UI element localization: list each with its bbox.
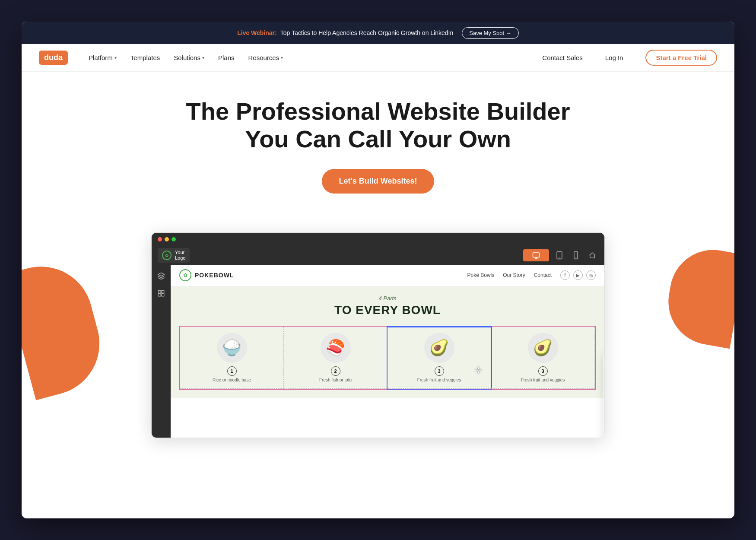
builder-sidebar — [152, 265, 171, 438]
hero-section: The Professional Website Builder You Can… — [22, 72, 734, 232]
svg-rect-9 — [158, 294, 161, 296]
poke-title: TO EVERY BOWL — [179, 303, 596, 317]
chevron-down-icon: ▾ — [114, 55, 117, 60]
food-image-2: 🍣 — [321, 333, 351, 363]
contact-sales-link[interactable]: Contact Sales — [542, 54, 582, 61]
move-cursor-icon: ✛ — [475, 365, 482, 375]
builder-preview-wrapper: ✿ Your Logo — [22, 232, 734, 438]
close-button-dot — [158, 237, 162, 241]
facebook-icon: f — [560, 270, 570, 280]
nav-platform[interactable]: Platform ▾ — [89, 54, 117, 61]
grid-cell-3[interactable]: 🥑 3 Fresh fruit and veggies ✛ — [388, 327, 491, 389]
layers-icon[interactable] — [154, 269, 168, 283]
announcement-bar: Live Webinar: Top Tactics to Help Agenci… — [22, 22, 734, 44]
svg-rect-8 — [162, 290, 164, 293]
cell-number-3: 3 — [435, 366, 444, 376]
nav-solutions[interactable]: Solutions ▾ — [174, 54, 204, 61]
builder-content: ✿ POKEBOWL Poké Bowls Our Story Contact … — [171, 265, 604, 438]
minimize-button-dot — [165, 237, 169, 241]
food-emoji-4: 🥑 — [533, 339, 553, 357]
announcement-text: Top Tactics to Help Agencies Reach Organ… — [280, 29, 454, 36]
decorative-shape-right — [662, 243, 734, 349]
main-nav: duda Platform ▾ Templates Solutions ▾ Pl… — [22, 44, 734, 72]
hero-cta-button[interactable]: Let's Build Websites! — [322, 169, 435, 194]
builder-logo-icon: ✿ — [162, 251, 172, 260]
expand-button-dot — [172, 237, 176, 241]
food-emoji-1: 🍚 — [222, 339, 241, 357]
cell-label-1: Rice or noodle base — [184, 378, 279, 382]
nav-resources[interactable]: Resources ▾ — [248, 54, 283, 61]
home-icon[interactable] — [586, 249, 598, 261]
cell-number-2: 2 — [331, 366, 340, 376]
save-spot-button[interactable]: Save My Spot → — [462, 27, 519, 39]
builder-toolbar: ✿ Your Logo — [152, 246, 604, 265]
nav-templates[interactable]: Templates — [130, 54, 160, 61]
instagram-icon: ◎ — [586, 270, 596, 280]
food-image-3: 🥑 — [424, 333, 454, 363]
site-brand: POKEBOWL — [195, 272, 234, 279]
youtube-icon: ▶ — [573, 270, 583, 280]
chevron-down-icon: ▾ — [202, 55, 204, 60]
social-icons: f ▶ ◎ — [560, 270, 596, 280]
cell-label-2: Fresh fish or tofu — [288, 378, 383, 382]
builder-logo-area: ✿ Your Logo — [158, 248, 190, 263]
grid-cell-4: 🥑 3 Fresh fruit and veggies — [491, 327, 595, 389]
live-label: Live Webinar: — [237, 29, 277, 36]
add-widget-icon[interactable] — [154, 286, 168, 300]
browser-window: Live Webinar: Top Tactics to Help Agenci… — [22, 22, 734, 518]
food-image-1: 🍚 — [217, 333, 247, 363]
selection-indicator-top — [388, 326, 491, 327]
nav-plans[interactable]: Plans — [218, 54, 235, 61]
site-logo-area: ✿ POKEBOWL — [179, 269, 234, 281]
decorative-shape-left — [22, 255, 111, 400]
grid-cell-2: 🍣 2 Fresh fish or tofu — [284, 327, 388, 389]
builder-body: ✿ POKEBOWL Poké Bowls Our Story Contact … — [152, 265, 604, 438]
poke-subtitle: 4 Parts — [179, 295, 596, 302]
cell-label-4: Fresh fruit and veggies — [496, 378, 590, 382]
mobile-device-button[interactable] — [570, 249, 582, 261]
chevron-down-icon: ▾ — [281, 55, 283, 60]
login-link[interactable]: Log In — [605, 54, 623, 61]
tablet-icon — [555, 251, 564, 260]
food-emoji-2: 🍣 — [326, 339, 345, 357]
builder-mockup: ✿ Your Logo — [151, 232, 605, 438]
food-emoji-3: 🥑 — [429, 339, 449, 357]
site-nav-poke[interactable]: Poké Bowls — [467, 272, 495, 278]
mobile-icon — [572, 251, 580, 260]
cell-number-1: 1 — [227, 366, 237, 376]
traffic-lights-bar — [152, 233, 604, 246]
home-icon-svg — [588, 251, 596, 259]
desktop-device-button[interactable] — [523, 249, 549, 261]
hero-headline: The Professional Website Builder You Can… — [39, 98, 717, 153]
poke-content: 4 Parts TO EVERY BOWL 🍚 1 Rice or noodle… — [171, 286, 604, 398]
svg-rect-7 — [158, 290, 161, 293]
builder-logo-text: Your Logo — [175, 250, 185, 261]
svg-rect-10 — [162, 294, 164, 296]
logo[interactable]: duda — [39, 51, 68, 65]
svg-point-6 — [575, 257, 576, 258]
svg-rect-0 — [533, 253, 540, 257]
cell-number-4: 3 — [538, 366, 548, 376]
tablet-device-button[interactable] — [553, 249, 565, 261]
site-nav-contact[interactable]: Contact — [534, 272, 552, 278]
poke-grid: 🍚 1 Rice or noodle base 🍣 2 — [179, 326, 596, 390]
grid-cell-1: 🍚 1 Rice or noodle base — [180, 327, 284, 389]
grid-design-panel: Section > Grid Design Layout Rearrange l… — [604, 353, 604, 438]
trial-button[interactable]: Start a Free Trial — [645, 50, 717, 66]
food-image-4: 🥑 — [528, 333, 558, 363]
cell-label-3: Fresh fruit and veggies — [392, 378, 486, 382]
site-nav: ✿ POKEBOWL Poké Bowls Our Story Contact … — [171, 265, 604, 286]
svg-point-4 — [559, 257, 560, 258]
site-nav-story[interactable]: Our Story — [503, 272, 525, 278]
site-logo-icon: ✿ — [179, 269, 191, 281]
desktop-icon — [532, 251, 540, 259]
